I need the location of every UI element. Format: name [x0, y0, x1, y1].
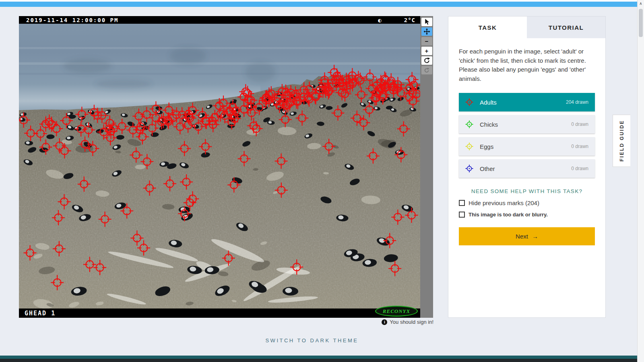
zoom-in-icon: +: [425, 48, 429, 54]
tool-chicks[interactable]: Chicks 0 drawn: [459, 115, 595, 134]
camera-footer-bar: GHEAD 1: [19, 309, 420, 318]
camera-timestamp: 2019-11-14 12:00:00 PM: [26, 17, 118, 23]
footer-accent-strip: [0, 356, 644, 359]
panel-tabs: TASK TUTORIAL: [448, 16, 605, 38]
page-background: 2019-11-14 12:00:00 PM ◐ 2°C: [0, 7, 637, 356]
theme-toggle-link[interactable]: SWITCH TO DARK THEME: [0, 337, 624, 343]
next-arrow-icon: →: [532, 233, 538, 240]
cursor-icon: [423, 19, 430, 25]
task-panel: TASK TUTORIAL For each penguin in the im…: [448, 16, 606, 318]
next-button[interactable]: Next→: [459, 227, 595, 245]
camera-site-label: GHEAD 1: [25, 310, 56, 317]
need-help-link[interactable]: NEED SOME HELP WITH THIS TASK?: [459, 188, 595, 194]
tool-label: Other: [480, 165, 495, 172]
tool-count: 0 drawn: [571, 121, 588, 127]
signin-note[interactable]: i You should sign in!: [19, 319, 433, 325]
adults-crosshair-icon: [465, 98, 473, 106]
pan-move-button[interactable]: [421, 27, 432, 36]
camera-temperature: 2°C: [404, 17, 415, 23]
tool-count: 0 drawn: [571, 166, 588, 171]
rotate-icon: [423, 57, 430, 64]
other-crosshair-icon: [465, 165, 473, 173]
zoom-out-icon: −: [425, 38, 429, 44]
browser-scrollbar[interactable]: ∧: [637, 0, 644, 362]
top-accent-bar: [0, 2, 637, 7]
move-icon: [423, 28, 430, 35]
tool-adults[interactable]: Adults 204 drawn: [459, 93, 595, 111]
tool-count: 0 drawn: [571, 144, 588, 149]
reset-icon: [423, 67, 430, 74]
zoom-in-button[interactable]: +: [421, 47, 432, 55]
tool-eggs[interactable]: Eggs 0 drawn: [459, 137, 595, 156]
camera-info-bar: 2019-11-14 12:00:00 PM ◐ 2°C: [19, 16, 420, 24]
page-footer: [0, 356, 644, 362]
task-instruction: For each penguin in the image, select 'a…: [459, 47, 595, 83]
tool-label: Adults: [480, 99, 497, 106]
too-dark-blurry-checkbox[interactable]: This image is too dark or blurry.: [459, 212, 595, 218]
rotate-button[interactable]: [421, 56, 432, 65]
hide-previous-marks-checkbox[interactable]: Hide previous marks (204): [459, 200, 595, 206]
penguin-colony-photo[interactable]: [19, 24, 420, 309]
tool-count: 204 drawn: [566, 99, 588, 105]
signin-text: You should sign in!: [390, 319, 433, 325]
chicks-crosshair-icon: [465, 120, 473, 128]
footer-dark-strip: [0, 359, 644, 362]
reconyx-logo: RECONYX: [375, 306, 418, 317]
tool-other[interactable]: Other 0 drawn: [459, 159, 595, 178]
scene-canvas: [19, 24, 420, 309]
scrollbar-up-arrow[interactable]: ∧: [638, 0, 644, 6]
eggs-crosshair-icon: [465, 142, 473, 150]
tool-label: Eggs: [480, 143, 493, 150]
tab-tutorial[interactable]: TUTORIAL: [527, 16, 605, 38]
annotate-cursor-button[interactable]: [421, 18, 432, 26]
zoom-out-button[interactable]: −: [421, 37, 432, 45]
info-icon: i: [382, 319, 387, 325]
subject-image[interactable]: 2019-11-14 12:00:00 PM ◐ 2°C: [19, 16, 420, 318]
field-guide-tab[interactable]: FIELD GUIDE: [613, 115, 630, 167]
moon-phase-icon: ◐: [378, 17, 382, 23]
tab-task[interactable]: TASK: [448, 16, 527, 38]
reset-view-button[interactable]: [421, 66, 432, 74]
checkbox-square[interactable]: [459, 200, 465, 206]
image-toolbar: − +: [420, 16, 433, 318]
checkbox-square[interactable]: [459, 212, 465, 218]
tool-label: Chicks: [480, 121, 498, 128]
scrollbar-thumb[interactable]: [639, 9, 643, 37]
